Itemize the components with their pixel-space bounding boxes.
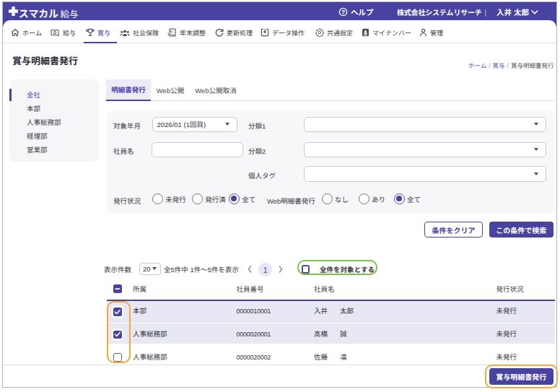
svg-text:?: ? bbox=[341, 8, 346, 15]
